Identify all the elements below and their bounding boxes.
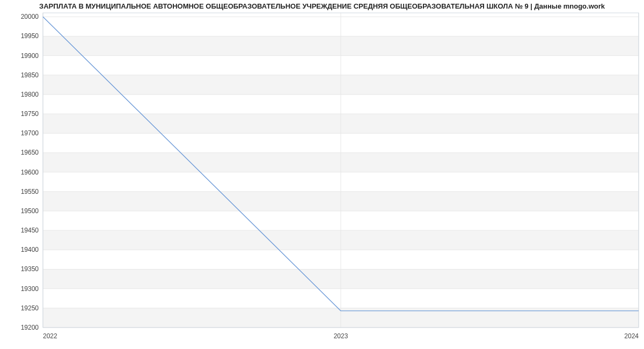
chart-plot: 1920019250193001935019400194501950019550… [0,0,644,349]
y-tick-label: 20000 [21,13,39,20]
y-tick-label: 19500 [21,207,39,215]
y-tick-label: 19650 [21,149,39,156]
y-tick-label: 19300 [21,285,39,293]
y-tick-label: 19900 [21,52,39,60]
y-tick-label: 19950 [21,32,39,40]
x-tick-label: 2022 [43,332,57,340]
y-tick-label: 19250 [21,304,39,312]
y-tick-label: 19850 [21,71,39,79]
y-tick-label: 19600 [21,169,39,176]
y-tick-label: 19200 [21,324,39,331]
chart-container: ЗАРПЛАТА В МУНИЦИПАЛЬНОЕ АВТОНОМНОЕ ОБЩЕ… [0,0,644,349]
y-tick-label: 19350 [21,265,39,273]
y-tick-label: 19450 [21,227,39,234]
x-tick-label: 2024 [624,332,639,340]
y-tick-label: 19700 [21,129,39,137]
y-tick-label: 19400 [21,246,39,253]
y-tick-label: 19550 [21,188,39,195]
x-tick-label: 2023 [334,332,348,340]
y-tick-label: 19800 [21,91,39,98]
y-tick-label: 19750 [21,110,39,118]
